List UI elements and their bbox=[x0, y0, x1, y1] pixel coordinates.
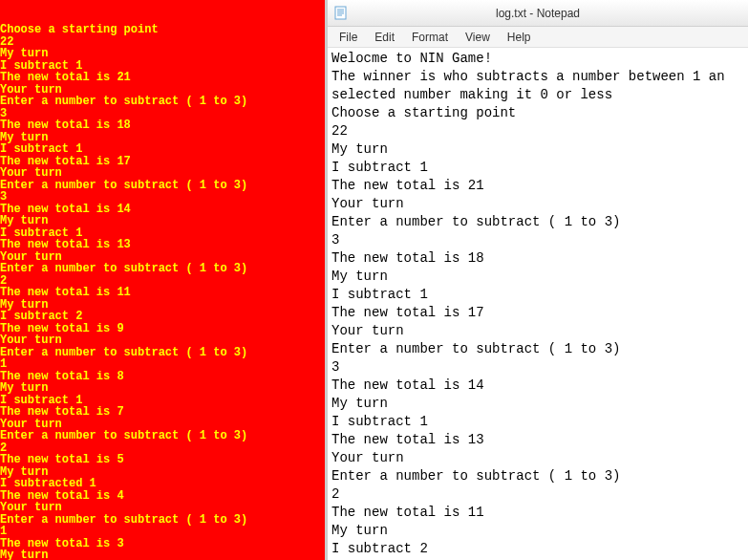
menu-format[interactable]: Format bbox=[404, 29, 456, 46]
notepad-menubar: File Edit Format View Help bbox=[328, 27, 748, 48]
menu-help[interactable]: Help bbox=[500, 29, 539, 46]
terminal-window[interactable]: Choose a starting point 22 My turn I sub… bbox=[0, 0, 325, 560]
menu-file[interactable]: File bbox=[331, 29, 365, 46]
menu-edit[interactable]: Edit bbox=[367, 29, 402, 46]
menu-view[interactable]: View bbox=[458, 29, 498, 46]
notepad-window: log.txt - Notepad File Edit Format View … bbox=[325, 0, 748, 560]
notepad-content[interactable]: Welocme to NIN Game! The winner is who s… bbox=[328, 48, 748, 560]
notepad-title: log.txt - Notepad bbox=[496, 7, 580, 20]
notepad-titlebar[interactable]: log.txt - Notepad bbox=[328, 0, 748, 27]
notepad-icon bbox=[333, 6, 349, 21]
terminal-output: Choose a starting point 22 My turn I sub… bbox=[0, 24, 325, 560]
